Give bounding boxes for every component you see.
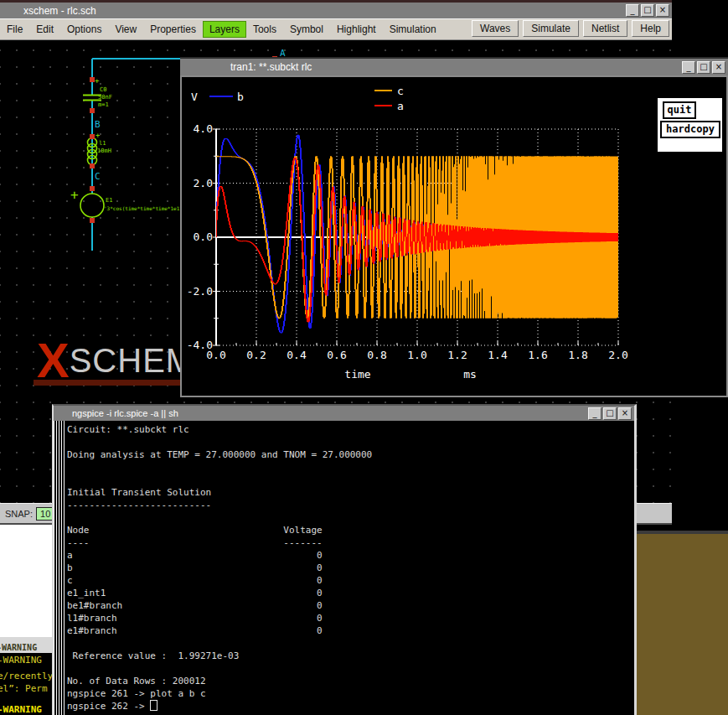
x-tick-label: 0.2 (246, 349, 266, 361)
minimize-button[interactable]: _ (682, 61, 695, 74)
background-terminal-fragment: -WARNINGe/recentlyel”: Perm-WARNING (0, 653, 52, 715)
plot-window: tran1: **.subckt rlc _□× 4.02.00.0-2.0-4… (180, 57, 728, 397)
terminal-window-title: ngspice -i rlc.spice -a || sh (72, 408, 178, 418)
svg-text:m=1: m=1 (98, 101, 109, 108)
logo-text: SCHEM (70, 342, 194, 379)
plot-area[interactable]: 4.02.00.0-2.0-4.00.00.20.40.60.81.01.21.… (182, 77, 726, 396)
y-tick-label: 2.0 (194, 177, 213, 189)
plot-window-buttons: _□× (682, 61, 728, 74)
minimize-button[interactable]: _ (626, 4, 639, 17)
plot-window-title: tran1: **.subckt rlc (230, 61, 312, 73)
terminal-titlebar[interactable]: ngspice -i rlc.spice -a || sh _□× (54, 406, 634, 421)
warning-line: -WARNING (0, 655, 42, 666)
ngspice-terminal-window: ngspice -i rlc.spice -a || sh _□× Circui… (52, 404, 637, 715)
close-button[interactable]: × (712, 61, 725, 74)
svg-text:l1: l1 (99, 140, 106, 147)
menu-highlight[interactable]: Highlight (330, 21, 383, 38)
x-tick-label: 0.4 (287, 349, 307, 361)
x-tick-label: 0.0 (206, 349, 225, 361)
close-button[interactable]: × (618, 407, 632, 420)
warning-line: -WARNING (0, 704, 42, 715)
plot-control-panel: quit hardcopy (658, 98, 722, 152)
waveform-chart: 4.02.00.0-2.0-4.00.00.20.40.60.81.01.21.… (182, 77, 726, 396)
svg-text:+: + (96, 131, 101, 139)
xschem-titlebar[interactable]: xschem - rlc.sch _□× (0, 3, 672, 18)
simulate-button[interactable]: Simulate (523, 20, 579, 37)
warning-line: el”: Perm (0, 683, 48, 694)
x-tick-label: 0.6 (327, 349, 346, 361)
y-tick-label: 4.0 (194, 122, 213, 135)
terminal-scrollbar[interactable] (54, 421, 65, 715)
y-tick-label: -2.0 (187, 285, 213, 298)
terminal-window-buttons: _□× (588, 407, 634, 420)
menu-layers[interactable]: Layers (203, 21, 246, 38)
help-button[interactable]: Help (632, 20, 669, 37)
x-tick-label: 1.4 (488, 349, 508, 361)
y-axis-unit-label: V (191, 91, 198, 103)
maximize-button[interactable]: □ (641, 4, 654, 17)
warning-line: e/recently (0, 671, 52, 681)
x-tick-label: 1.0 (407, 349, 426, 361)
net-label-b: B (95, 119, 101, 130)
svg-text:'3*cos(time*time*time*1e11)': '3*cos(time*time*time*1e11)' (104, 205, 188, 211)
xschem-window-buttons: _□× (626, 4, 672, 17)
maximize-button[interactable]: □ (697, 61, 710, 74)
xschem-menubar: FileEditOptionsViewPropertiesLayersTools… (0, 18, 672, 40)
y-tick-label: 0.0 (194, 231, 213, 243)
snap-label: SNAP: (5, 509, 33, 519)
netlist-button[interactable]: Netlist (583, 20, 627, 37)
background-statusbar-fragment: -WARNING (0, 637, 52, 653)
x-tick-label: 1.2 (447, 349, 467, 361)
legend-label-c: c (397, 85, 404, 97)
terminal-body[interactable]: Circuit: **.subckt rlc Doing analysis at… (54, 421, 634, 715)
maximize-button[interactable]: □ (603, 407, 617, 420)
menu-view[interactable]: View (108, 21, 143, 38)
svg-text:+: + (70, 187, 79, 203)
menu-symbol[interactable]: Symbol (283, 21, 330, 38)
x-tick-label: 1.6 (528, 349, 547, 361)
xschem-window-title: xschem - rlc.sch (23, 5, 96, 17)
svg-text:10mH: 10mH (97, 148, 111, 154)
menu-file[interactable]: File (0, 21, 29, 38)
x-tick-label: 2.0 (608, 349, 627, 361)
desktop: -WARNING -WARNINGe/recentlyel”: Perm-WAR… (0, 0, 728, 715)
svg-text:C0: C0 (100, 86, 106, 93)
minimize-button[interactable]: _ (588, 407, 602, 420)
x-axis-label: time (344, 368, 370, 381)
plot-titlebar[interactable]: tran1: **.subckt rlc _□× (180, 59, 728, 75)
background-window-fragment (0, 520, 52, 637)
x-tick-label: 1.8 (568, 349, 587, 361)
quit-button[interactable]: quit (663, 101, 696, 119)
logo-x: X (37, 333, 70, 387)
x-tick-label: 0.8 (367, 349, 386, 361)
waves-button[interactable]: Waves (472, 20, 519, 37)
menu-tools[interactable]: Tools (246, 21, 283, 38)
menu-simulation[interactable]: Simulation (383, 21, 443, 38)
menu-options[interactable]: Options (60, 21, 108, 38)
terminal-cursor (150, 700, 157, 711)
component-labels: C0 50nF m=1 l1 10mH E1 '3*cos(time*time*… (97, 86, 188, 211)
background-panel (631, 531, 728, 715)
legend-label-a: a (397, 100, 404, 112)
vsource-symbol[interactable] (80, 194, 104, 217)
menu-items: FileEditOptionsViewPropertiesLayersTools… (0, 21, 443, 38)
svg-text:+: + (95, 76, 100, 85)
hardcopy-button[interactable]: hardcopy (660, 121, 720, 138)
xschem-logo: XSCHEM (37, 341, 194, 380)
toolbar-buttons: WavesSimulateNetlistHelp (472, 20, 669, 37)
clipped-warning-text: -WARNING (0, 643, 37, 652)
svg-text:50nF: 50nF (98, 94, 112, 101)
menu-edit[interactable]: Edit (29, 21, 60, 38)
menu-properties[interactable]: Properties (143, 21, 203, 38)
svg-text:E1: E1 (106, 197, 112, 204)
net-label-c: C (95, 171, 101, 182)
close-button[interactable]: × (656, 4, 669, 17)
x-axis-unit: ms (463, 368, 477, 381)
terminal-output[interactable]: Circuit: **.subckt rlc Doing analysis at… (67, 423, 372, 712)
legend-label-b: b (237, 91, 244, 103)
